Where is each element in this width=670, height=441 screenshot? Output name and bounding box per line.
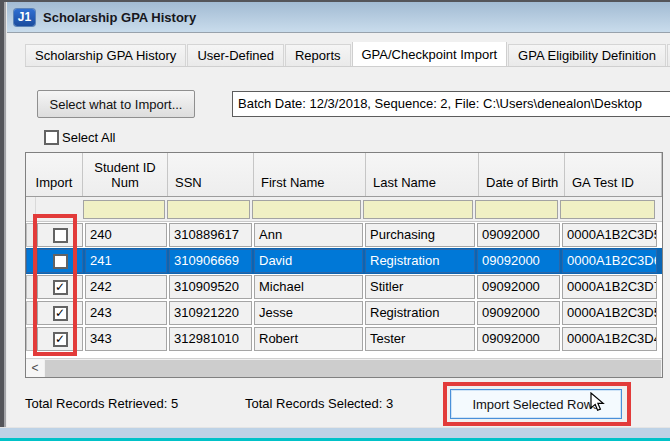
filter-ga-test-id-input[interactable] — [560, 200, 655, 219]
import-grid: Import Student ID Num SSN First Name Las… — [25, 152, 663, 378]
total-records-retrieved-label: Total Records Retrieved: 5 — [25, 396, 178, 411]
cell-student-id-num: 243 — [85, 301, 167, 325]
cell-first-name: Robert — [254, 327, 363, 351]
table-row-selected[interactable]: 241 310906669 David Registration 0909200… — [26, 248, 662, 274]
batch-info-field: Batch Date: 12/3/2018, Sequence: 2, File… — [232, 91, 670, 117]
cell-ga-test-id: 0000A1B2C3D4 — [562, 327, 657, 351]
cell-ga-test-id: 0000A1B2C3D6 — [562, 249, 657, 273]
filter-ssn-input[interactable] — [167, 200, 250, 219]
column-header-ssn[interactable]: SSN — [168, 153, 254, 196]
tab-user-defined[interactable]: User-Defined — [187, 44, 284, 66]
filter-last-name-input[interactable] — [363, 200, 473, 219]
select-all-checkbox[interactable]: Select All — [44, 130, 115, 145]
tab-reports[interactable]: Reports — [285, 44, 351, 66]
select-what-to-import-button[interactable]: Select what to Import... — [37, 90, 195, 118]
cell-date-of-birth: 09092000 — [477, 275, 560, 299]
cell-first-name: Ann — [254, 223, 363, 247]
horizontal-scrollbar[interactable]: < — [26, 358, 662, 377]
cell-ssn: 310921220 — [169, 301, 252, 325]
cell-first-name: David — [254, 249, 363, 273]
cell-student-id-num: 343 — [85, 327, 167, 351]
cell-date-of-birth: 09092000 — [477, 327, 560, 351]
filter-date-of-birth-input[interactable] — [475, 200, 558, 219]
table-row[interactable]: ✓ 243 310921220 Jesse Registration 09092… — [26, 300, 662, 326]
cell-ssn: 312981010 — [169, 327, 252, 351]
cell-ssn: 310909520 — [169, 275, 252, 299]
table-row[interactable]: ✓ 242 310909520 Michael Stitler 09092000… — [26, 274, 662, 300]
cell-last-name: Tester — [365, 327, 475, 351]
mouse-cursor-icon — [589, 392, 607, 412]
j1-app-icon: J1 — [14, 9, 35, 26]
cell-student-id-num: 241 — [85, 249, 167, 273]
scroll-left-arrow-icon[interactable]: < — [26, 359, 44, 377]
window-title: Scholarship GPA History — [43, 10, 196, 25]
cell-ga-test-id: 0000A1B2C3D5 — [562, 301, 657, 325]
cell-date-of-birth: 09092000 — [477, 223, 560, 247]
select-all-label: Select All — [62, 130, 115, 145]
table-header: Import Student ID Num SSN First Name Las… — [26, 153, 662, 197]
annotation-checkbox-column-highlight — [33, 214, 77, 356]
cell-ssn: 310889617 — [169, 223, 252, 247]
window-top-edge — [0, 0, 670, 2]
column-header-ga-test-id[interactable]: GA Test ID — [565, 153, 662, 196]
total-records-selected-label: Total Records Selected: 3 — [245, 396, 393, 411]
tab-gpa-eligibility-definition[interactable]: GPA Eligibility Definition — [508, 44, 666, 66]
filter-student-id-input[interactable] — [83, 200, 165, 219]
cell-ssn: 310906669 — [169, 249, 252, 273]
window-bottom-frame — [0, 427, 670, 438]
cell-last-name: Registration — [365, 249, 475, 273]
cell-first-name: Jesse — [254, 301, 363, 325]
column-header-import[interactable]: Import — [26, 153, 83, 196]
titlebar[interactable]: J1 Scholarship GPA History — [2, 2, 670, 33]
filter-first-name-input[interactable] — [252, 200, 361, 219]
tab-strip: Scholarship GPA History User-Defined Rep… — [25, 42, 670, 67]
screen: J1 Scholarship GPA History Scholarship G… — [0, 0, 670, 441]
window-left-edge — [0, 0, 7, 441]
cell-ga-test-id: 0000A1B2C3D7 — [562, 275, 657, 299]
cell-first-name: Michael — [254, 275, 363, 299]
cell-date-of-birth: 09092000 — [477, 249, 560, 273]
filter-row — [26, 197, 662, 222]
column-header-date-of-birth[interactable]: Date of Birth — [479, 153, 565, 196]
scrollbar-track[interactable] — [45, 360, 661, 377]
column-header-first-name[interactable]: First Name — [254, 153, 366, 196]
cell-ga-test-id: 0000A1B2C3D5 — [562, 223, 657, 247]
select-all-checkbox-icon[interactable] — [44, 130, 59, 145]
column-header-last-name[interactable]: Last Name — [366, 153, 479, 196]
tab-gpa-checkpoint-import[interactable]: GPA/Checkpoint Import — [352, 42, 508, 67]
cell-student-id-num: 240 — [85, 223, 167, 247]
table-row[interactable]: ✓ 343 312981010 Robert Tester 09092000 0… — [26, 326, 662, 352]
cell-last-name: Purchasing — [365, 223, 475, 247]
table-row[interactable]: 240 310889617 Ann Purchasing 09092000 00… — [26, 222, 662, 248]
cell-last-name: Stitler — [365, 275, 475, 299]
cell-student-id-num: 242 — [85, 275, 167, 299]
cell-date-of-birth: 09092000 — [477, 301, 560, 325]
column-header-student-id-num[interactable]: Student ID Num — [83, 153, 168, 196]
cell-last-name: Registration — [365, 301, 475, 325]
tab-scholarship-gpa-history[interactable]: Scholarship GPA History — [25, 44, 186, 66]
